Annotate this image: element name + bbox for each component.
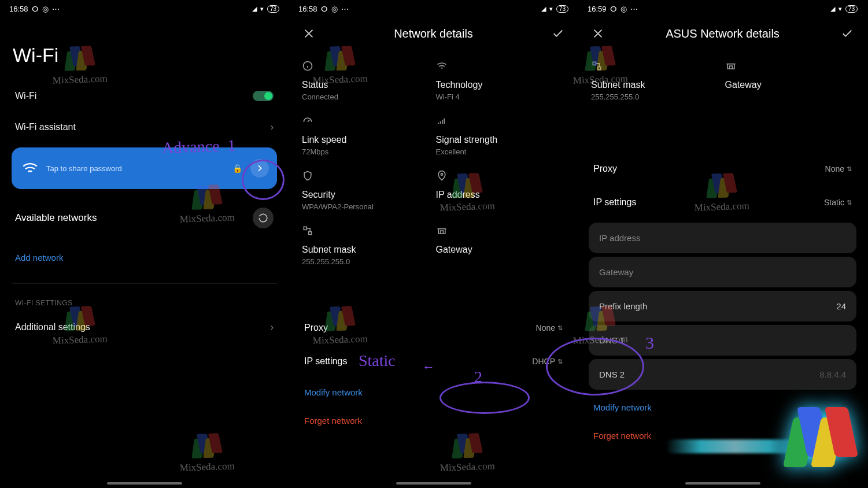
proxy-label: Proxy bbox=[304, 323, 328, 333]
available-networks-label: Available networks bbox=[15, 212, 97, 224]
connected-network-card[interactable]: Tap to share password 🔒 bbox=[12, 147, 277, 189]
nav-bar[interactable] bbox=[107, 482, 182, 485]
bt-icon: ⵙ bbox=[610, 5, 617, 13]
back-button[interactable] bbox=[0, 17, 23, 34]
annotation-circle-3 bbox=[546, 338, 644, 395]
forget-network-link[interactable]: Forget network bbox=[289, 406, 578, 435]
technology-item: Technology Wi-Fi 4 bbox=[436, 56, 566, 106]
gateway-placeholder: Gateway bbox=[599, 267, 633, 277]
prefix-length-input[interactable]: Prefix length 24 bbox=[589, 291, 856, 321]
divider bbox=[12, 283, 277, 284]
dnd-icon: ◎ bbox=[331, 5, 338, 13]
confirm-button[interactable] bbox=[839, 25, 855, 42]
wifi-label: Wi-Fi bbox=[15, 91, 36, 101]
gateway-icon bbox=[436, 225, 566, 240]
dropdown-icon: ⇅ bbox=[557, 324, 563, 332]
wifi-toggle-row[interactable]: Wi-Fi bbox=[0, 80, 289, 112]
ip-settings-row[interactable]: IP settings Static⇅ bbox=[578, 186, 867, 219]
chevron-right-icon: › bbox=[271, 322, 274, 332]
prefix-length-value: 24 bbox=[836, 301, 846, 311]
available-networks-row: Available networks bbox=[0, 194, 289, 242]
signal-icon: ◢ bbox=[830, 5, 835, 13]
section-label: WI-FI SETTINGS bbox=[0, 294, 289, 312]
gateway-item: Gateway bbox=[436, 220, 566, 271]
signal-icon: ◢ bbox=[252, 5, 257, 13]
more-icon: ⋯ bbox=[52, 5, 60, 13]
annotation-static: Static bbox=[359, 352, 396, 370]
dropdown-icon: ⇅ bbox=[847, 165, 852, 173]
proxy-label: Proxy bbox=[593, 164, 617, 174]
more-icon: ⋯ bbox=[630, 5, 638, 13]
mixseda-logo bbox=[788, 407, 863, 482]
status-bar: 16:58 ⵙ ◎ ⋯ ◢ ▾ 73 bbox=[0, 0, 289, 17]
add-network-link[interactable]: Add network bbox=[0, 242, 289, 273]
signal-icon bbox=[436, 115, 566, 130]
status-bar: 16:59 ⵙ ◎ ⋯ ◢ ▾ 73 bbox=[578, 0, 867, 17]
additional-settings-row[interactable]: Additional settings › bbox=[0, 312, 289, 343]
page-title: Wi-Fi bbox=[0, 34, 289, 80]
speed-icon bbox=[302, 115, 431, 130]
annotation-circle-1 bbox=[242, 160, 285, 200]
wifi-toggle[interactable] bbox=[253, 91, 274, 101]
annotation-circle-2 bbox=[439, 382, 530, 414]
confirm-button[interactable] bbox=[550, 25, 566, 42]
proxy-row[interactable]: Proxy None⇅ bbox=[578, 152, 867, 186]
annotation-num-3: 3 bbox=[645, 333, 654, 353]
annotation-advance: Advance 1 bbox=[161, 136, 236, 157]
dnd-icon: ◎ bbox=[42, 5, 49, 13]
svg-point-1 bbox=[441, 173, 442, 175]
svg-rect-2 bbox=[304, 227, 306, 230]
logo-lightning bbox=[666, 439, 804, 453]
wifi-icon bbox=[436, 60, 566, 75]
nav-bar[interactable] bbox=[396, 482, 471, 485]
close-button[interactable] bbox=[590, 25, 606, 42]
info-icon bbox=[302, 60, 431, 75]
nav-bar[interactable] bbox=[685, 482, 760, 485]
bt-icon: ⵙ bbox=[32, 5, 39, 13]
proxy-row[interactable]: Proxy None⇅ bbox=[289, 311, 578, 345]
gateway-icon bbox=[725, 60, 855, 75]
clock: 16:58 bbox=[9, 5, 28, 13]
close-button[interactable] bbox=[301, 25, 317, 42]
signal-item: Signal strength Excellent bbox=[436, 110, 566, 161]
refresh-button[interactable] bbox=[253, 208, 274, 228]
battery-icon: 73 bbox=[845, 5, 858, 13]
dropdown-icon: ⇅ bbox=[847, 199, 852, 206]
linkspeed-item: Link speed 72Mbps bbox=[302, 110, 431, 161]
status-bar: 16:58 ⵙ ◎ ⋯ ◢ ▾ 73 bbox=[289, 0, 578, 17]
status-item: Status Connected bbox=[302, 56, 431, 106]
modify-network-link[interactable]: Modify network bbox=[289, 378, 578, 406]
wifi-assistant-row[interactable]: Wi-Fi assistant › bbox=[0, 112, 289, 143]
wifi-icon: ▾ bbox=[839, 5, 842, 13]
clock: 16:58 bbox=[298, 5, 317, 13]
shield-icon bbox=[302, 170, 431, 185]
prefix-length-label: Prefix length bbox=[599, 301, 647, 311]
screen-network-details: 16:58 ⵙ ◎ ⋯ ◢ ▾ 73 Network details Statu… bbox=[289, 0, 578, 488]
battery-icon: 73 bbox=[267, 5, 279, 13]
wifi-assistant-label: Wi-Fi assistant bbox=[15, 122, 76, 132]
ip-address-placeholder: IP address bbox=[599, 233, 640, 243]
bt-icon: ⵙ bbox=[321, 5, 328, 13]
chevron-right-icon: › bbox=[271, 122, 274, 132]
gateway-input[interactable]: Gateway bbox=[589, 257, 856, 287]
subnet-icon bbox=[591, 60, 721, 75]
svg-rect-4 bbox=[593, 62, 596, 65]
subnet-item: Subnet mask 255.255.255.0 bbox=[591, 56, 721, 106]
wifi-icon: ▾ bbox=[260, 5, 264, 13]
signal-icon: ◢ bbox=[541, 5, 546, 13]
subnet-icon bbox=[302, 225, 431, 240]
ip-address-input[interactable]: IP address bbox=[589, 223, 856, 253]
clock: 16:59 bbox=[588, 5, 607, 13]
screen-wifi-settings: 16:58 ⵙ ◎ ⋯ ◢ ▾ 73 Wi-Fi Wi-Fi Wi-Fi ass… bbox=[0, 0, 289, 488]
svg-rect-3 bbox=[309, 232, 312, 235]
annotation-arrow: ← bbox=[422, 360, 435, 375]
wifi-icon bbox=[22, 160, 38, 176]
page-title: ASUS Network details bbox=[606, 27, 839, 40]
ipaddress-item: IP address bbox=[436, 165, 566, 216]
dns2-value: 8.8.4.4 bbox=[819, 369, 846, 379]
more-icon: ⋯ bbox=[341, 5, 349, 13]
page-title: Network details bbox=[317, 27, 550, 40]
gateway-item: Gateway bbox=[725, 56, 855, 106]
dnd-icon: ◎ bbox=[620, 5, 627, 13]
lock-icon: 🔒 bbox=[232, 164, 242, 173]
